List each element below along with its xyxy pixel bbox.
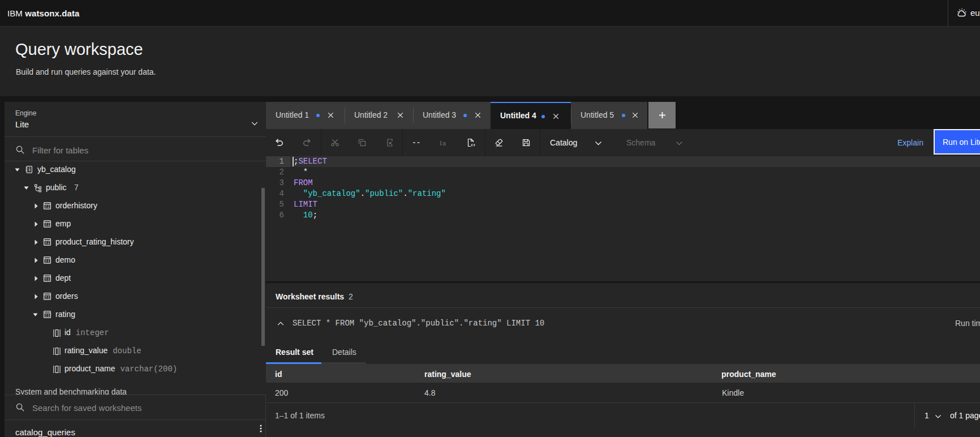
svg-text:a: a (442, 140, 446, 147)
svg-text:I: I (440, 139, 442, 147)
